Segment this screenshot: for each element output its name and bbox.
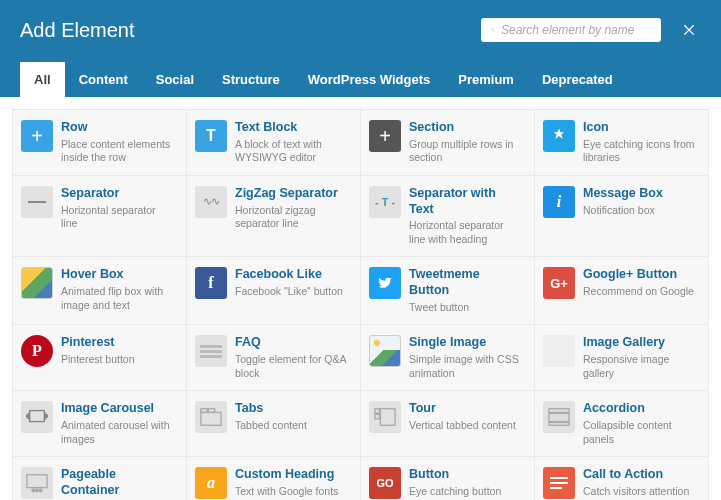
tab-all[interactable]: All [20, 62, 65, 97]
element-title: Custom Heading [235, 467, 348, 483]
element-title: Separator with Text [409, 186, 522, 217]
element-card[interactable]: SeparatorHorizontal separator line [13, 176, 186, 257]
svg-rect-16 [550, 487, 562, 489]
element-title: Hover Box [61, 267, 174, 283]
close-icon [681, 21, 697, 37]
element-card[interactable]: GOButtonEye catching button [361, 457, 534, 500]
element-card[interactable]: TText BlockA block of text with WYSIWYG … [187, 110, 360, 175]
element-card[interactable]: FAQToggle element for Q&A block [187, 325, 360, 390]
acc-icon [543, 401, 575, 433]
icon-icon [543, 120, 575, 152]
tabs-icon [195, 401, 227, 433]
svg-rect-4 [380, 409, 395, 426]
element-card[interactable]: G+Google+ ButtonRecommend on Google [535, 257, 708, 324]
img-icon [369, 335, 401, 367]
element-desc: Collapsible content panels [583, 419, 696, 446]
element-card[interactable]: TourVertical tabbed content [361, 391, 534, 456]
element-card[interactable]: Tweetmeme ButtonTweet button [361, 257, 534, 324]
element-card[interactable]: iMessage BoxNotification box [535, 176, 708, 257]
element-title: Message Box [583, 186, 696, 202]
sep-icon [21, 186, 53, 218]
svg-rect-10 [27, 475, 47, 488]
element-title: Pageable Container [61, 467, 174, 498]
element-desc: Horizontal separator line with heading [409, 219, 522, 246]
close-button[interactable] [677, 18, 701, 42]
element-title: Image Carousel [61, 401, 174, 417]
dialog-title: Add Element [20, 19, 135, 42]
element-desc: Group multiple rows in section [409, 138, 522, 165]
element-title: Tour [409, 401, 522, 417]
element-card[interactable]: Call to ActionCatch visitors attention w… [535, 457, 708, 500]
fb-icon: f [195, 267, 227, 299]
tab-structure[interactable]: Structure [208, 62, 294, 97]
element-title: Google+ Button [583, 267, 696, 283]
row-icon: + [21, 120, 53, 152]
zig-icon: ∿∿ [195, 186, 227, 218]
faq-icon [195, 335, 227, 367]
element-card[interactable]: AccordionCollapsible content panels [535, 391, 708, 456]
element-title: Separator [61, 186, 174, 202]
svg-rect-2 [201, 409, 207, 413]
element-card[interactable]: fFacebook LikeFacebook "Like" button [187, 257, 360, 324]
tab-social[interactable]: Social [142, 62, 208, 97]
header-top: Add Element [20, 18, 701, 42]
element-desc: Text with Google fonts [235, 485, 348, 499]
element-desc: A block of text with WYSIWYG editor [235, 138, 348, 165]
svg-rect-15 [550, 482, 568, 484]
element-card[interactable]: Hover BoxAnimated flip box with image an… [13, 257, 186, 324]
svg-rect-1 [201, 413, 221, 426]
ch-icon: a [195, 467, 227, 499]
element-card[interactable]: IconEye catching icons from libraries [535, 110, 708, 175]
element-card[interactable]: Single ImageSimple image with CSS animat… [361, 325, 534, 390]
tab-wordpress-widgets[interactable]: WordPress Widgets [294, 62, 444, 97]
element-desc: Notification box [583, 204, 696, 218]
svg-rect-8 [549, 414, 569, 422]
element-title: Facebook Like [235, 267, 348, 283]
hover-icon [21, 267, 53, 299]
element-desc: Pinterest button [61, 353, 174, 367]
tab-deprecated[interactable]: Deprecated [528, 62, 627, 97]
element-desc: Vertical tabbed content [409, 419, 522, 433]
pin-icon: P [21, 335, 53, 367]
tw-icon [369, 267, 401, 299]
element-desc: Horizontal separator line [61, 204, 174, 231]
element-card[interactable]: +RowPlace content elements inside the ro… [13, 110, 186, 175]
element-desc: Eye catching icons from libraries [583, 138, 696, 165]
element-desc: Toggle element for Q&A block [235, 353, 348, 380]
element-title: Single Image [409, 335, 522, 351]
element-desc: Recommend on Google [583, 285, 696, 299]
element-card[interactable]: PPinterestPinterest button [13, 325, 186, 390]
search-box[interactable] [481, 18, 661, 42]
sepT-icon: - T - [369, 186, 401, 218]
element-desc: Animated flip box with image and text [61, 285, 174, 312]
tab-premium[interactable]: Premium [444, 62, 528, 97]
car-icon [21, 401, 53, 433]
element-desc: Horizontal zigzag separator line [235, 204, 348, 231]
search-input[interactable] [501, 23, 651, 37]
element-title: Icon [583, 120, 696, 136]
element-title: Pinterest [61, 335, 174, 351]
element-title: FAQ [235, 335, 348, 351]
cta-icon [543, 467, 575, 499]
svg-point-11 [32, 489, 35, 492]
element-card[interactable]: Image CarouselAnimated carousel with ima… [13, 391, 186, 456]
svg-point-12 [36, 489, 39, 492]
element-card[interactable]: Pageable ContainerPageable content conta… [13, 457, 186, 500]
element-card[interactable]: TabsTabbed content [187, 391, 360, 456]
element-card[interactable]: +SectionGroup multiple rows in section [361, 110, 534, 175]
element-card[interactable]: aCustom HeadingText with Google fonts [187, 457, 360, 500]
element-card[interactable]: ∿∿ZigZag SeparatorHorizontal zigzag sepa… [187, 176, 360, 257]
tab-content[interactable]: Content [65, 62, 142, 97]
element-card[interactable]: Image GalleryResponsive image gallery [535, 325, 708, 390]
gal-icon [543, 335, 575, 367]
element-title: Call to Action [583, 467, 696, 483]
element-title: Tweetmeme Button [409, 267, 522, 298]
element-card[interactable]: - T -Separator with TextHorizontal separ… [361, 176, 534, 257]
elements-panel: +RowPlace content elements inside the ro… [0, 97, 721, 500]
element-title: Image Gallery [583, 335, 696, 351]
element-desc: Tabbed content [235, 419, 348, 433]
element-desc: Place content elements inside the row [61, 138, 174, 165]
svg-rect-5 [375, 409, 380, 414]
elements-grid: +RowPlace content elements inside the ro… [12, 109, 709, 500]
element-title: Tabs [235, 401, 348, 417]
